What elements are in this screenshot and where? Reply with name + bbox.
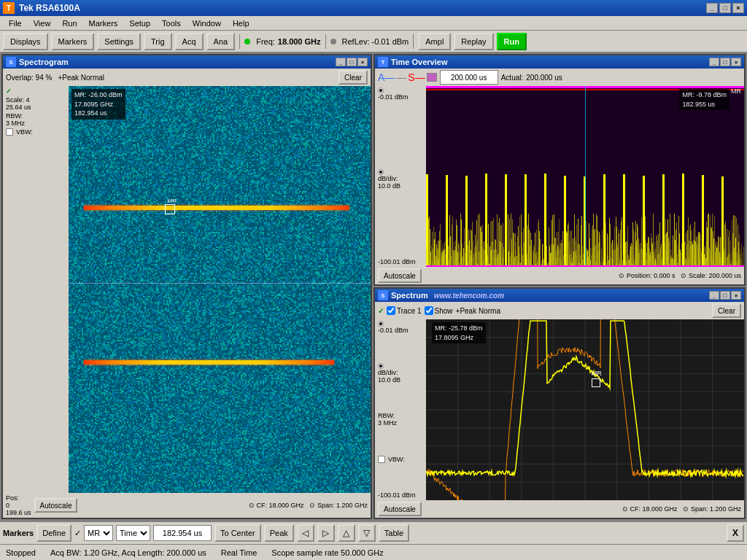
marker-close-button[interactable]: X [727, 524, 744, 542]
time-autoscale-button[interactable]: Autoscale [378, 268, 422, 283]
settings-button[interactable]: Settings [97, 33, 141, 50]
freq-value: 18.000 GHz [278, 37, 321, 46]
separator-1 [239, 34, 240, 49]
spectrum-ref-label: -0.01 dBm [378, 321, 423, 334]
time-title-bar: T Time Overview _ □ × [375, 55, 744, 69]
spectrum-canvas[interactable]: MR: -25.78 dBm17.8095 GHz MR [426, 319, 744, 500]
ampl-button[interactable]: Ampl [418, 33, 451, 50]
spectrum-icon: S [378, 290, 388, 300]
acq-button[interactable]: Acq [175, 33, 204, 50]
spectrum-close[interactable]: × [731, 291, 741, 300]
time-actual-value: 200.000 us [526, 74, 562, 82]
to-center-button[interactable]: To Center [214, 524, 261, 542]
spectrum-cf: ⊙ CF: 18.000 GHz [622, 505, 678, 513]
app-title: Tek RSA6100A [19, 3, 706, 13]
main-content: S Spectrogram _ □ × Overlap: 94 % +Peak … [0, 52, 747, 521]
spec-vbw-row: VBW: [6, 128, 66, 136]
spec-footer: ⊙ CF: 18.000 GHz ⊙ Span: 1.200 GHz [249, 502, 368, 509]
time-ref-label: -0.01 dBm [378, 88, 423, 101]
spectrum-clear-button[interactable]: Clear [712, 303, 741, 318]
table-button[interactable]: Table [379, 524, 409, 542]
time-close[interactable]: × [731, 58, 741, 66]
spec-minimize[interactable]: _ [336, 58, 346, 66]
nav-down-button[interactable]: ▽ [358, 524, 376, 542]
menu-tools[interactable]: Tools [156, 18, 187, 29]
time-icon: T [378, 57, 388, 67]
close-button[interactable]: × [732, 3, 744, 13]
menu-view[interactable]: View [28, 18, 57, 29]
spec-marker-readout: MR: -26.00 dBm17.8095 GHz182.954 us [71, 89, 125, 120]
spectrum-peak-mode: +Peak Norma [456, 307, 500, 315]
spec-span: ⊙ Span: 1.200 GHz [309, 502, 368, 509]
spectrum-maximize[interactable]: □ [720, 291, 730, 300]
show-label: Show [435, 307, 453, 315]
replay-button[interactable]: Replay [454, 33, 493, 50]
time-position: ⊙ Position: 0.000 s [619, 272, 675, 279]
spec-pos-area: Pos: 0 199.6 us Autoscale [6, 494, 77, 516]
menu-file[interactable]: File [3, 18, 28, 29]
time-dbdiv: dB/div: 10.0 dB [378, 169, 423, 190]
spectrum-vbw-checkbox[interactable] [378, 456, 385, 463]
real-time-text: Real Time [221, 548, 258, 557]
peak-button[interactable]: Peak [264, 524, 294, 542]
menu-markers[interactable]: Markers [83, 18, 124, 29]
show-checkbox[interactable] [425, 306, 433, 315]
spec-scale: Scale: 4 25.64 us [6, 96, 66, 111]
minimize-button[interactable]: _ [706, 3, 718, 13]
time-trace-A: A— [378, 72, 395, 82]
nav-up-button[interactable]: △ [338, 524, 355, 542]
spectrogram-title-bar: S Spectrogram _ □ × [3, 55, 371, 69]
trace-selector: Trace 1 [387, 306, 422, 315]
time-minimize[interactable]: _ [709, 58, 719, 66]
time-overview-panel: T Time Overview _ □ × A— — S— Actual: 2 [374, 54, 746, 286]
menu-setup[interactable]: Setup [123, 18, 156, 29]
spec-maximize[interactable]: □ [347, 58, 357, 66]
trace-checkbox[interactable] [387, 306, 395, 315]
nav-right-button[interactable]: ▷ [317, 524, 335, 542]
spectrum-vbw-row: VBW: [378, 456, 423, 463]
menu-help[interactable]: Help [227, 18, 255, 29]
spectrum-panel: S Spectrum www.tehencom.com _ □ × ✓ Trac… [374, 287, 746, 519]
separator-2 [325, 34, 326, 49]
time-footer: ⊙ Position: 0.000 s ⊙ Scale: 200.000 us [619, 272, 741, 279]
marker-time-input[interactable] [153, 525, 212, 541]
menu-run[interactable]: Run [56, 18, 82, 29]
spectrogram-panel: S Spectrogram _ □ × Overlap: 94 % +Peak … [1, 54, 372, 519]
marker-mode-select[interactable]: Time [116, 525, 150, 541]
spectrogram-icon: S [6, 57, 16, 67]
time-mr-label2: MR [731, 88, 741, 95]
time-maximize[interactable]: □ [720, 58, 730, 66]
spectrum-mr-label: MR [592, 370, 602, 387]
freq-label: Freq: [256, 37, 275, 46]
spec-cf: ⊙ CF: 18.000 GHz [249, 502, 304, 509]
spectrogram-canvas[interactable]: MR: -26.00 dBm17.8095 GHz182.954 us MR [69, 86, 371, 493]
spectrum-title-bar: S Spectrum www.tehencom.com _ □ × [375, 289, 744, 302]
time-window-controls: _ □ × [709, 58, 741, 66]
spec-close[interactable]: × [357, 58, 368, 66]
menu-bar: File View Run Markers Setup Tools Window… [0, 16, 747, 31]
time-scale-label: ⊙ Scale: 200.000 us [681, 272, 741, 279]
time-input[interactable] [440, 70, 498, 85]
spectrum-autoscale-button[interactable]: Autoscale [378, 502, 422, 516]
menu-window[interactable]: Window [187, 18, 227, 29]
define-button[interactable]: Define [36, 524, 71, 542]
marker-type-select[interactable]: MR [84, 525, 113, 541]
time-trace-B: — [396, 72, 406, 82]
toolbar: Displays Markers Settings Trig Acq Ana F… [0, 31, 747, 52]
maximize-button[interactable]: □ [719, 3, 731, 13]
nav-left-button[interactable]: ◁ [297, 524, 314, 542]
spec-clear-button[interactable]: Clear [338, 70, 368, 85]
spec-mr-label: MR [167, 198, 176, 204]
ana-button[interactable]: Ana [206, 33, 236, 50]
vbw-checkbox[interactable] [6, 128, 13, 136]
run-button[interactable]: Run [497, 33, 527, 50]
displays-button[interactable]: Displays [3, 33, 48, 50]
spectrum-minimize[interactable]: _ [709, 291, 719, 300]
spec-autoscale-button[interactable]: Autoscale [34, 498, 78, 513]
markers-button[interactable]: Markers [51, 33, 95, 50]
watermark: www.tehencom.com [434, 292, 504, 300]
trig-button[interactable]: Trig [144, 33, 172, 50]
spectrum-rbw: RBW: 3 MHz [378, 412, 423, 427]
time-canvas[interactable]: MR: -9.78 dBm182.955 us MR [426, 86, 744, 267]
mr-indicator: ✓ [74, 529, 81, 538]
